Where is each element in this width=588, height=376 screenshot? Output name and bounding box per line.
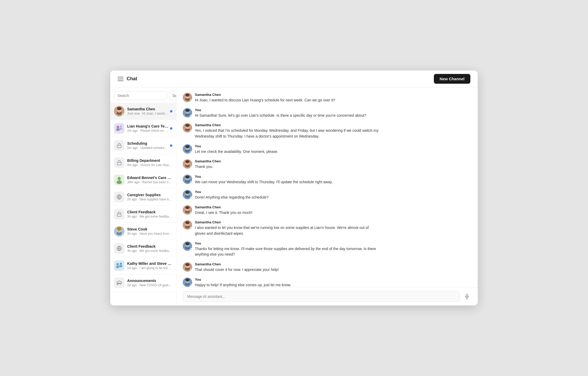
message-group: Samantha Chen I also wanted to let you k… xyxy=(183,220,471,236)
channel-item[interactable]: Kathy Miller and Steve Cook 1d ago · I a… xyxy=(110,257,176,274)
msg-avatar xyxy=(183,175,192,184)
svg-point-95 xyxy=(185,221,190,224)
svg-point-89 xyxy=(190,212,192,214)
channel-item[interactable]: Scheduling 5m ago · Updated schedules fo… xyxy=(110,137,176,154)
channel-preview: 2h ago · New supplies have been ordered … xyxy=(127,198,172,201)
msg-sender: Samantha Chen xyxy=(195,93,335,97)
messages-container: Samantha Chen Hi Joan, I wanted to discu… xyxy=(176,87,478,287)
msg-content: You Thanks for letting me know. I'll mak… xyxy=(195,241,380,257)
svg-point-11 xyxy=(119,128,122,130)
message-input[interactable] xyxy=(183,291,460,302)
msg-text: Happy to help! If anything else comes up… xyxy=(195,282,291,287)
sidebar-search-bar: Date Created xyxy=(110,87,176,103)
channel-avatar xyxy=(114,243,125,254)
svg-point-6 xyxy=(122,114,125,116)
message-group: You Happy to help! If anything else come… xyxy=(183,278,471,287)
msg-content: You Let me check the availability. One m… xyxy=(195,144,278,155)
svg-point-16 xyxy=(117,180,122,184)
unread-dot xyxy=(170,144,172,147)
svg-point-81 xyxy=(185,191,190,194)
channel-name: Kathy Miller and Steve Cook xyxy=(127,261,172,266)
mic-button[interactable] xyxy=(462,292,471,301)
svg-point-109 xyxy=(185,263,190,266)
msg-text: Yes, I noticed that I'm scheduled for Mo… xyxy=(195,128,380,139)
msg-content: You We can move your Wednesday shift to … xyxy=(195,175,333,185)
msg-text: Done! Anything else regarding the schedu… xyxy=(195,195,269,200)
channel-list: Samantha Chen Just now · Hi Joan, I want… xyxy=(110,103,176,306)
msg-text: Thanks for letting me know. I'll make su… xyxy=(195,246,380,257)
channel-avatar xyxy=(114,226,125,237)
channel-name: Announcements xyxy=(127,279,172,283)
msg-content: Samantha Chen Hi Joan, I wanted to discu… xyxy=(195,93,335,103)
msg-sender: You xyxy=(195,278,291,281)
msg-sender: Samantha Chen xyxy=(195,159,221,163)
channel-item[interactable]: Billing Department 8m ago · Invoice for … xyxy=(110,154,176,171)
channel-avatar xyxy=(114,106,125,116)
message-group: You We can move your Wednesday shift to … xyxy=(183,175,471,185)
svg-point-110 xyxy=(190,269,192,271)
svg-point-26 xyxy=(122,234,125,236)
message-group: Samantha Chen That should cover it for n… xyxy=(183,262,471,273)
date-created-button[interactable]: Date Created xyxy=(169,91,176,100)
channel-preview: 2m ago · Please check on Lian's new medi… xyxy=(127,129,168,133)
channel-info: Scheduling 5m ago · Updated schedules fo… xyxy=(127,141,168,150)
channel-item[interactable]: Edward Bennet's Care Team 30m ago · Rach… xyxy=(110,171,176,189)
msg-avatar xyxy=(183,205,192,215)
msg-avatar xyxy=(183,93,192,102)
channel-avatar xyxy=(114,278,125,288)
menu-icon[interactable] xyxy=(118,77,123,81)
msg-text: Let me check the availability. One momen… xyxy=(195,149,278,155)
message-group: Samantha Chen Hi Joan, I wanted to discu… xyxy=(183,93,471,103)
svg-point-31 xyxy=(116,266,120,268)
svg-point-53 xyxy=(185,124,190,127)
svg-point-103 xyxy=(190,248,192,250)
channel-info: Client Feedback 3h ago · We got some fee… xyxy=(127,210,172,218)
app-title: Chat xyxy=(127,76,137,82)
msg-avatar xyxy=(183,108,192,117)
svg-point-39 xyxy=(185,94,190,97)
msg-content: Samantha Chen Thank you. xyxy=(195,159,221,170)
msg-avatar xyxy=(183,241,192,251)
svg-point-116 xyxy=(185,278,190,281)
channel-preview: 30m ago · Rachel has been showing a lot … xyxy=(127,180,172,184)
channel-preview: 3h ago · We got some feedback from Lian'… xyxy=(127,215,172,218)
msg-text: I also wanted to let you know that we're… xyxy=(195,225,380,236)
channel-name: Caregiver Supplies xyxy=(127,193,172,197)
channel-item[interactable]: Client Feedback 3h ago · We got some fee… xyxy=(110,240,176,257)
channel-preview: 8m ago · Invoice for Lian Huang has been… xyxy=(127,163,172,167)
msg-sender: You xyxy=(195,144,278,148)
channel-preview: 5m ago · Updated schedules for next week… xyxy=(127,146,168,150)
channel-item[interactable]: Announcements 2d ago · New COVID-19 guid… xyxy=(110,274,176,292)
channel-info: Caregiver Supplies 2h ago · New supplies… xyxy=(127,193,172,201)
msg-avatar xyxy=(183,262,192,272)
channel-item[interactable]: Steve Cook 3h ago · Have you heard from … xyxy=(110,223,176,240)
channel-info: Edward Bennet's Care Team 30m ago · Rach… xyxy=(127,176,172,184)
search-input[interactable] xyxy=(114,91,167,100)
channel-avatar xyxy=(114,209,125,219)
msg-sender: Samantha Chen xyxy=(195,262,279,266)
app-window: Chat New Channel Date Created Samantha C… xyxy=(110,70,478,306)
channel-info: Client Feedback 3h ago · We got some fee… xyxy=(127,244,172,253)
svg-point-67 xyxy=(185,160,190,163)
channel-item[interactable]: Client Feedback 3h ago · We got some fee… xyxy=(110,206,176,223)
msg-sender: You xyxy=(195,108,366,112)
channel-avatar xyxy=(114,140,125,151)
svg-point-9 xyxy=(116,128,120,131)
msg-content: Samantha Chen Yes, I noticed that I'm sc… xyxy=(195,123,380,139)
new-channel-button[interactable]: New Channel xyxy=(434,74,470,84)
message-group: You Hi Samantha! Sure, let's go over Lia… xyxy=(183,108,471,119)
svg-point-68 xyxy=(190,166,192,168)
svg-rect-7 xyxy=(114,123,125,134)
svg-point-88 xyxy=(185,206,190,209)
message-group: Samantha Chen Great, I see it. Thank you… xyxy=(183,205,471,216)
channel-item[interactable]: Caregiver Supplies 2h ago · New supplies… xyxy=(110,189,176,206)
channel-info: Steve Cook 3h ago · Have you heard from … xyxy=(127,227,172,236)
msg-text: We can move your Wednesday shift to Thur… xyxy=(195,179,333,185)
channel-name: Client Feedback xyxy=(127,210,172,214)
svg-point-30 xyxy=(116,263,119,266)
message-group: Samantha Chen Yes, I noticed that I'm sc… xyxy=(183,123,471,139)
channel-info: Kathy Miller and Steve Cook 1d ago · I a… xyxy=(127,261,172,270)
message-group: You Thanks for letting me know. I'll mak… xyxy=(183,241,471,257)
channel-item[interactable]: Samantha Chen Just now · Hi Joan, I want… xyxy=(110,103,176,120)
channel-item[interactable]: Lian Huang's Care Team 2m ago · Please c… xyxy=(110,120,176,137)
